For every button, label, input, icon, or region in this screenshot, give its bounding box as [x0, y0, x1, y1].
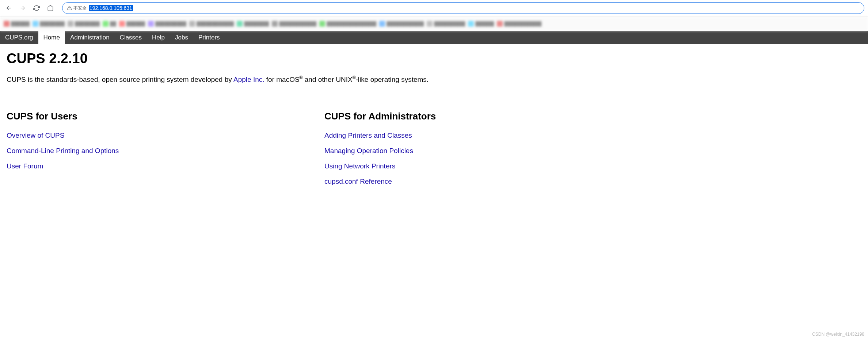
address-bar[interactable]: 不安全 192.168.0.105:631 [62, 2, 864, 14]
list-item: Command-Line Printing and Options [7, 147, 310, 155]
admins-link-list: Adding Printers and Classes Managing Ope… [324, 132, 436, 186]
home-button[interactable] [45, 3, 56, 13]
bookmark-bar: ██████ ████████ ████████ ██ ██████ █████… [0, 16, 868, 31]
users-heading: CUPS for Users [7, 111, 310, 122]
managing-policies-link[interactable]: Managing Operation Policies [324, 147, 413, 155]
forward-button[interactable] [18, 3, 28, 13]
nav-jobs[interactable]: Jobs [170, 31, 193, 44]
url-text: 192.168.0.105:631 [89, 5, 133, 11]
users-column: CUPS for Users Overview of CUPS Command-… [7, 111, 310, 193]
page-content: CUPS 2.2.10 CUPS is the standards-based,… [0, 44, 868, 199]
admins-heading: CUPS for Administrators [324, 111, 436, 122]
command-line-link[interactable]: Command-Line Printing and Options [7, 147, 119, 155]
arrow-right-icon [19, 5, 26, 11]
intro-text-1: CUPS is the standards-based, open source… [7, 76, 233, 83]
reload-button[interactable] [31, 3, 42, 13]
nav-administration[interactable]: Administration [65, 31, 115, 44]
apple-link[interactable]: Apple Inc. [233, 76, 264, 83]
columns-container: CUPS for Users Overview of CUPS Command-… [7, 111, 861, 193]
nav-classes[interactable]: Classes [115, 31, 147, 44]
nav-home[interactable]: Home [38, 31, 65, 44]
list-item: Managing Operation Policies [324, 147, 436, 155]
nav-cups-org[interactable]: CUPS.org [0, 31, 38, 44]
back-button[interactable] [4, 3, 14, 13]
nav-printers[interactable]: Printers [193, 31, 225, 44]
reload-icon [33, 5, 40, 11]
cupsd-conf-link[interactable]: cupsd.conf Reference [324, 178, 392, 185]
list-item: Adding Printers and Classes [324, 132, 436, 140]
cups-navigation: CUPS.org Home Administration Classes Hel… [0, 31, 868, 44]
list-item: cupsd.conf Reference [324, 178, 436, 186]
nav-help[interactable]: Help [147, 31, 170, 44]
admins-column: CUPS for Administrators Adding Printers … [324, 111, 436, 193]
intro-paragraph: CUPS is the standards-based, open source… [7, 75, 861, 85]
network-printers-link[interactable]: Using Network Printers [324, 162, 395, 170]
intro-text-4: -like operating systems. [356, 76, 429, 83]
not-secure-label: 不安全 [73, 5, 87, 11]
arrow-left-icon [5, 5, 12, 11]
list-item: Using Network Printers [324, 162, 436, 170]
warning-icon [67, 5, 72, 11]
intro-text-2: for macOS [264, 76, 300, 83]
adding-printers-link[interactable]: Adding Printers and Classes [324, 132, 412, 139]
list-item: User Forum [7, 162, 310, 170]
user-forum-link[interactable]: User Forum [7, 162, 43, 170]
registered-2: ® [353, 75, 356, 80]
overview-link[interactable]: Overview of CUPS [7, 132, 64, 139]
page-title: CUPS 2.2.10 [7, 51, 861, 66]
list-item: Overview of CUPS [7, 132, 310, 140]
intro-text-3: and other UNIX [302, 76, 352, 83]
security-indicator[interactable]: 不安全 [67, 5, 87, 11]
users-link-list: Overview of CUPS Command-Line Printing a… [7, 132, 310, 170]
home-icon [47, 5, 54, 11]
browser-toolbar: 不安全 192.168.0.105:631 [0, 0, 868, 16]
